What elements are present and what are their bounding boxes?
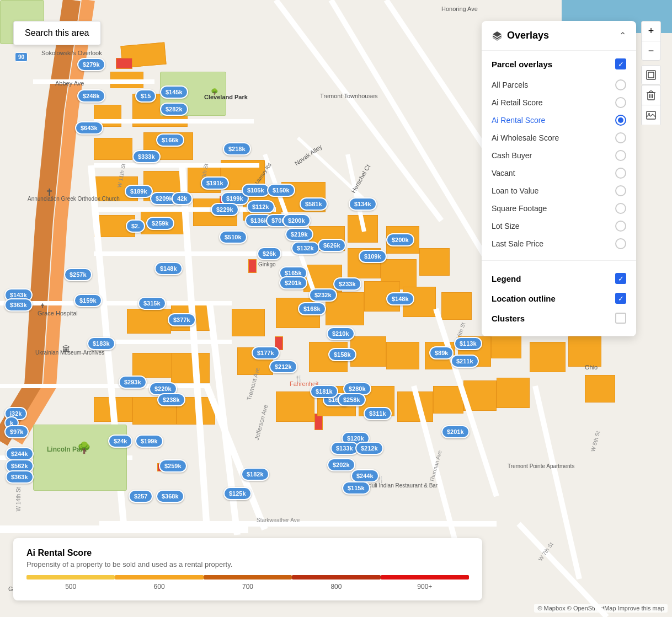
price-bubble: $168k — [298, 302, 326, 315]
overlay-last-sale-price-label: Last Sale Price — [492, 239, 543, 248]
overlay-lot-size-radio[interactable] — [615, 221, 626, 232]
price-bubble: $212k — [355, 442, 383, 455]
place-tremont-pointe: Tremont Pointe Apartments — [508, 463, 552, 469]
overlay-vacant-radio[interactable] — [615, 168, 626, 179]
price-bubble: $150k — [267, 184, 295, 197]
overlay-ai-retail-radio[interactable] — [615, 97, 626, 108]
price-bubble: $2. — [126, 219, 145, 233]
map-controls: + − — [641, 21, 661, 125]
price-bubble: $115k — [342, 481, 370, 495]
price-bubble: $158k — [328, 348, 356, 361]
legend-color-500 — [26, 575, 115, 580]
delete-button[interactable] — [641, 85, 661, 105]
overlay-ai-retail: Ai Retail Score — [492, 94, 626, 111]
place-sokolowski: Sokolowski's Overlook — [41, 50, 102, 56]
place-ginkgo: Ginkgo — [258, 261, 276, 267]
legend-label: Legend — [492, 274, 521, 283]
parcel-overlays-header: Parcel overlays ✓ — [492, 58, 626, 69]
price-bubble: $238k — [157, 393, 185, 406]
legend-label-800: 800 — [330, 583, 342, 591]
highway-badge-90: 90 — [15, 52, 28, 62]
clusters-row: Clusters — [492, 308, 626, 328]
clusters-label: Clusters — [492, 314, 525, 323]
price-bubble: $244k — [351, 469, 379, 482]
legend-scale: 500 600 700 800 900+ — [26, 575, 469, 591]
legend-segment-900: 900+ — [381, 575, 469, 591]
draw-button[interactable] — [641, 65, 661, 85]
overlay-lot-size-label: Lot Size — [492, 222, 520, 230]
map-container[interactable]: Sokolowski's Overlook Abbey Ave Clevelan… — [0, 0, 672, 617]
overlay-ai-retail-label: Ai Retail Score — [492, 98, 543, 107]
price-bubble: $148k — [386, 292, 414, 305]
legend-segment-500: 500 — [26, 575, 115, 591]
price-bubble: $333k — [132, 150, 161, 163]
price-bubble: $109k — [359, 250, 387, 263]
parcel-overlays-title: Parcel overlays — [492, 60, 552, 69]
street-w14: W 14th St — [15, 487, 22, 512]
price-bubble: $643k — [75, 121, 103, 135]
overlay-all-parcels: All Parcels — [492, 76, 626, 94]
price-bubble: 42k — [172, 192, 193, 205]
price-bubble: $244k — [6, 447, 34, 460]
price-bubble: $181k — [310, 385, 338, 398]
price-bubble: $211k — [451, 355, 479, 368]
price-bubble: $626k — [318, 239, 346, 252]
svg-line-2 — [182, 165, 207, 529]
legend-row: Legend ✓ — [492, 269, 626, 288]
price-bubble: $200k — [386, 233, 414, 246]
clusters-checkbox[interactable] — [615, 313, 626, 324]
price-bubble: $159k — [74, 294, 102, 307]
price-bubble: $311k — [364, 407, 392, 420]
overlay-ai-rental: Ai Rental Score — [492, 111, 626, 129]
overlay-square-footage-label: Square Footage — [492, 204, 547, 213]
price-bubble: $510k — [219, 230, 247, 244]
overlay-ai-wholesale: Ai Wholesale Score — [492, 129, 626, 147]
overlay-cash-buyer: Cash Buyer — [492, 147, 626, 164]
overlay-ai-rental-radio[interactable] — [615, 115, 626, 126]
image-button[interactable] — [641, 105, 661, 125]
legend-color-700 — [204, 575, 292, 580]
overlay-vacant-label: Vacant — [492, 169, 515, 178]
tree-icon-cleveland: 🌳 — [211, 88, 218, 95]
svg-point-39 — [648, 113, 650, 115]
park-tree: 🌳 — [77, 441, 91, 454]
price-bubble: $259k — [159, 459, 187, 473]
overlay-square-footage-radio[interactable] — [615, 203, 626, 214]
location-outline-checkbox[interactable]: ✓ — [615, 293, 626, 304]
price-bubble: $97k — [4, 425, 29, 438]
trash-icon — [647, 90, 655, 100]
legend-title: Ai Rental Score — [26, 548, 469, 558]
overlay-all-parcels-radio[interactable] — [615, 79, 626, 90]
price-bubble: $202k — [327, 458, 355, 471]
price-bubble: $279k — [77, 58, 105, 71]
legend-checkbox[interactable]: ✓ — [615, 273, 626, 284]
legend-segment-600: 600 — [115, 575, 203, 591]
price-bubble: $210k — [327, 327, 355, 340]
price-bubble: $177k — [252, 346, 280, 360]
price-bubble: $363k — [4, 298, 33, 312]
overlay-cash-buyer-radio[interactable] — [615, 150, 626, 161]
overlay-last-sale-price-radio[interactable] — [615, 238, 626, 249]
overlays-collapse-btn[interactable]: ⌃ — [619, 30, 626, 41]
price-bubble: $229k — [211, 203, 239, 216]
price-bubble: $200k — [282, 214, 311, 227]
price-bubble: $125k — [223, 487, 252, 500]
place-tanduli: Tanduli Indian Restaurant & Bar — [360, 482, 438, 489]
search-area-button[interactable]: Search this area — [13, 21, 101, 45]
price-bubble: $282k — [160, 103, 188, 116]
overlay-ai-rental-label: Ai Rental Score — [492, 116, 545, 125]
price-bubble: $257k — [64, 268, 92, 281]
price-bubble: $134k — [349, 197, 377, 211]
price-bubble: $24k — [108, 434, 132, 448]
zoom-out-button[interactable]: − — [641, 41, 661, 61]
svg-line-4 — [210, 303, 237, 535]
price-bubble: $166k — [156, 133, 184, 147]
overlay-ai-wholesale-radio[interactable] — [615, 132, 626, 143]
parcel-overlays-checkbox[interactable]: ✓ — [615, 58, 626, 69]
legend-color-600 — [115, 575, 203, 580]
overlays-title: Overlays — [492, 30, 549, 41]
legend-label-700: 700 — [242, 583, 253, 591]
price-bubble: $105k — [242, 184, 270, 197]
zoom-in-button[interactable]: + — [641, 21, 661, 41]
overlay-loan-to-value-radio[interactable] — [615, 185, 626, 196]
